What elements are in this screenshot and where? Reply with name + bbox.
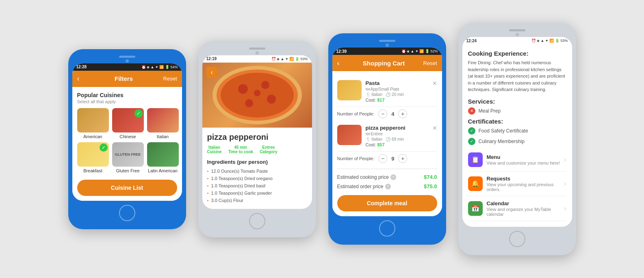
phone4-camera	[516, 33, 519, 36]
menu-arrow-calendar: ›	[564, 205, 566, 212]
pasta-qty-minus[interactable]: −	[378, 109, 387, 118]
cooking-price-info-icon[interactable]: ?	[390, 174, 396, 180]
phone2-status-icons: ⏰ ◈ ▲ ✦ 📶 🔋 53%	[271, 57, 308, 61]
cart-pizza-sub1: 🍽 Entree	[366, 132, 437, 136]
menu-info-calendar: Calendar View and organize your MyTable …	[483, 200, 564, 217]
phone1-top	[119, 53, 135, 63]
phone2-bottom	[249, 209, 265, 233]
cart-pasta-close-btn[interactable]: ✕	[432, 80, 437, 87]
menu-item-requests[interactable]: 🔔 Requests View your upcoming and previo…	[468, 172, 566, 196]
phone3-bottom	[379, 216, 395, 241]
cooking-exp-title: Cooking Experience:	[468, 50, 566, 57]
cart-item-pasta-img	[337, 80, 362, 100]
phone2-pizza: 12:19 ⏰ ◈ ▲ ✦ 📶 🔋 53%	[198, 41, 316, 237]
menu-sub-requests: View your upcoming and previous orders.	[487, 182, 564, 192]
phone3-back-btn[interactable]: ‹	[337, 59, 347, 67]
phone2-status-bar: 12:19 ⏰ ◈ ▲ ✦ 📶 🔋 53%	[202, 55, 312, 63]
cooking-price-row: Estimated cooking price ? $74.0	[337, 172, 437, 182]
cuisine-img-breakfast: ✓	[77, 142, 109, 167]
phone1-status-icons: ⏰ ◈ ▲ ✦ 📶 🔋 54%	[141, 65, 178, 69]
menu-item-menu[interactable]: 📋 Menu View and customize your menu here…	[468, 148, 566, 172]
menu-arrow-menu: ›	[564, 156, 566, 163]
phone4-top	[509, 27, 525, 37]
cart-pasta-cost: Cost: $17	[366, 98, 437, 102]
phone1-time: 12:28	[76, 65, 87, 69]
phone2-hero: ‹	[202, 63, 312, 128]
phone2-home-btn[interactable]	[249, 213, 265, 229]
cert-food-safety-label: Food Safety Certificate	[479, 128, 528, 134]
order-price-info-icon[interactable]: ?	[385, 184, 391, 189]
phone2-camera	[256, 51, 259, 54]
complete-meal-btn[interactable]: Complete meal	[337, 195, 437, 211]
cuisine-label-chinese: Chinese	[119, 134, 136, 139]
phone2-back-btn[interactable]: ‹	[206, 67, 218, 78]
svg-point-4	[261, 81, 269, 89]
cart-pasta-people: Number of People: − 4 +	[337, 107, 437, 121]
service-meal-prep: ✕ Meal Prep	[468, 107, 566, 115]
pizza-qty-minus[interactable]: −	[378, 154, 387, 163]
ingredient-3: 1.0 Teaspoon(s) Dried basil	[207, 182, 307, 189]
cart-pasta-sub2: 🍴 Italian 🕐 20 min	[366, 92, 437, 97]
phone2-tag-category: Entree Category	[260, 145, 277, 154]
cuisine-label-gluten: Gluten Free	[116, 168, 139, 173]
phone3-status-icons: ⏰ ◈ ▲ ✦ 📶 🔋 52%	[401, 49, 438, 53]
menu-icon-requests: 🔔	[468, 176, 483, 191]
cuisine-item-chinese[interactable]: ✓ Chinese	[112, 108, 144, 139]
pizza-qty-plus[interactable]: +	[398, 154, 407, 163]
cart-separator	[337, 169, 437, 169]
services-title: Services:	[468, 98, 566, 105]
cuisine-item-gluten[interactable]: GLUTEN FREE Gluten Free	[112, 142, 144, 173]
phone4-time: 12:24	[466, 39, 477, 43]
phone4-body: Cooking Experience: Fine Dining: Chef wh…	[462, 44, 572, 227]
phone2-tag-cuisine: Italian Cuisine	[207, 145, 222, 154]
cuisine-item-breakfast[interactable]: ✓ Breakfast	[77, 142, 109, 173]
phone1-reset-btn[interactable]: Reset	[161, 76, 177, 82]
cuisine-list-btn[interactable]: Cuisine List	[77, 180, 177, 196]
phone4-profile: 12:24 ⏰ ◈ ▲ ✦ 📶 🔋 53% Cooking Experience…	[458, 23, 576, 255]
cuisine-label-breakfast: Breakfast	[83, 168, 102, 173]
cuisine-label-latin: Latin American	[148, 168, 178, 173]
service-meal-prep-icon: ✕	[468, 107, 475, 115]
cert-culinary-icon: ✓	[468, 138, 475, 145]
phone3-body: Pasta 🍽 App/Small Plate 🍴 Italian 🕐 20 m…	[332, 71, 442, 216]
phone3-cart: 12:39 ⏰ ◈ ▲ ✦ 📶 🔋 52% ‹ Shopping Cart Re…	[328, 33, 446, 245]
cuisine-check-chinese: ✓	[134, 109, 143, 117]
phone3-status-bar: 12:39 ⏰ ◈ ▲ ✦ 📶 🔋 52%	[332, 48, 442, 55]
menu-icon-calendar: 📅	[468, 201, 483, 216]
cert-culinary-label: Culinary Membership	[479, 139, 525, 144]
order-price-row: Estimated order price ? $75.0	[337, 182, 437, 191]
cert-food-safety: ✓ Food Safety Certificate	[468, 127, 566, 135]
phone3-reset-btn[interactable]: Reset	[421, 60, 437, 66]
menu-sub-calendar: View and organize your MyTable calendar	[487, 207, 564, 217]
phone3-camera	[386, 43, 389, 47]
cuisine-img-chinese: ✓	[112, 108, 144, 132]
cart-pizza-people: Number of People: − 9 +	[337, 152, 437, 165]
phone1-back-btn[interactable]: ‹	[77, 74, 87, 83]
phone2-tag-time: 45 min Time to cook	[228, 145, 254, 154]
cuisine-item-american[interactable]: American	[77, 108, 109, 139]
cert-culinary: ✓ Culinary Membership	[468, 138, 566, 145]
cart-item-pasta-info: Pasta 🍽 App/Small Plate 🍴 Italian 🕐 20 m…	[362, 80, 437, 102]
phone4-bottom	[509, 227, 525, 251]
pasta-qty-plus[interactable]: +	[398, 109, 407, 118]
phone2-pizza-img	[202, 63, 312, 128]
phone4-home-btn[interactable]	[509, 231, 525, 247]
cart-pizza-close-btn[interactable]: ✕	[432, 125, 437, 131]
phone3-top	[379, 37, 395, 48]
phone1-home-btn[interactable]	[119, 205, 135, 221]
svg-point-5	[267, 95, 276, 104]
svg-point-7	[254, 90, 260, 96]
cuisine-item-italian[interactable]: Italian	[147, 108, 179, 139]
order-price-label: Estimated order price ?	[337, 184, 391, 189]
phone3-home-btn[interactable]	[379, 220, 395, 237]
menu-info-menu: Menu View and customize your menu here!	[483, 154, 564, 165]
menu-item-calendar[interactable]: 📅 Calendar View and organize your MyTabl…	[468, 196, 566, 221]
cuisine-item-latin[interactable]: Latin American	[147, 142, 179, 173]
menu-name-requests: Requests	[487, 176, 564, 182]
scene: 12:28 ⏰ ◈ ▲ ✦ 📶 🔋 54% ‹ Filters Reset Po…	[68, 23, 576, 255]
phone1-bottom	[119, 201, 135, 225]
phone4-screen: 12:24 ⏰ ◈ ▲ ✦ 📶 🔋 53% Cooking Experience…	[462, 37, 572, 227]
phone3-nav: ‹ Shopping Cart Reset	[332, 55, 442, 71]
cart-item-pizza-info: pizza pepperoni 🍽 Entree 🍴 Italian 🕐 68 …	[362, 125, 437, 147]
cuisine-label-italian: Italian	[157, 134, 169, 139]
